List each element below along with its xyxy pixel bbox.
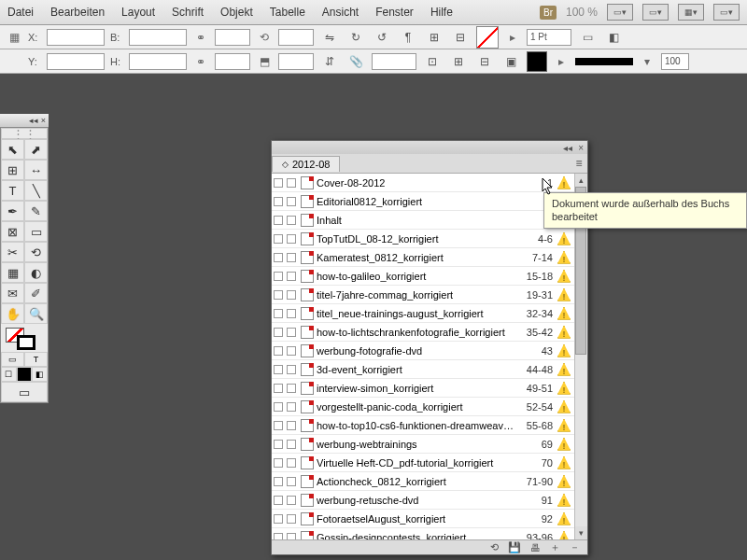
apply-none-icon[interactable]: ☐ [1,367,17,382]
flip-v-icon[interactable]: ⇵ [319,52,340,71]
row-checkbox-1[interactable] [274,253,283,262]
direct-selection-tool[interactable]: ⬈ [24,139,48,160]
book-row[interactable]: how-to-lichtschrankenfotografie_korrigie… [272,323,574,342]
warning-icon[interactable]: ! [557,176,571,189]
book-row[interactable]: 3d-event_korrigiert44-48! [272,360,574,379]
row-checkbox-2[interactable] [287,234,296,244]
rect-frame-tool[interactable]: ⊠ [1,221,24,242]
warning-icon[interactable]: ! [557,270,571,283]
row-checkbox-1[interactable] [274,440,283,449]
book-row[interactable]: Editorial0812_korrigiert2! [272,192,574,211]
menu-view[interactable]: Ansicht [322,6,359,19]
rotate-cw-icon[interactable]: ↻ [345,28,366,47]
warning-icon[interactable]: ! [557,288,571,301]
menu-layout[interactable]: Layout [121,6,155,19]
row-checkbox-2[interactable] [287,514,296,524]
book-row[interactable]: Actioncheck_0812_korrigiert71-90! [272,472,574,491]
rotate-icon[interactable]: ⟲ [256,29,273,46]
book-row[interactable]: werbung-fotografie-dvd43! [272,342,574,360]
pen-tool[interactable]: ✒ [1,201,24,221]
opt1-icon[interactable]: ⊡ [422,52,443,71]
row-checkbox-2[interactable] [287,253,296,262]
row-checkbox-2[interactable] [287,477,296,486]
scissors-tool[interactable]: ✂ [1,242,24,262]
format-container-icon[interactable]: ▭ [1,352,24,367]
reference-point-icon[interactable]: ▦ [6,29,22,46]
scrollbar[interactable]: ▴ ▾ [574,174,587,539]
warning-icon[interactable]: ! [557,251,571,264]
row-checkbox-2[interactable] [287,384,296,393]
scroll-down-icon[interactable]: ▾ [575,526,587,539]
warning-icon[interactable]: ! [557,512,571,525]
w-field[interactable] [129,29,187,46]
x-field[interactable] [47,29,105,46]
row-checkbox-2[interactable] [287,496,296,505]
warning-icon[interactable]: ! [557,326,571,339]
constrain-2-icon[interactable]: ⚭ [192,53,209,70]
book-row[interactable]: FotoraetselAugust_korrigiert92! [272,510,574,528]
bridge-button[interactable]: Br [540,6,557,20]
row-checkbox-2[interactable] [287,365,296,374]
row-checkbox-1[interactable] [274,328,283,337]
distribute-icon[interactable]: ⊟ [450,28,471,47]
gradient-feather-tool[interactable]: ◐ [24,262,48,283]
line-tool[interactable]: ╲ [24,180,48,201]
warning-icon[interactable]: ! [557,531,571,540]
row-checkbox-1[interactable] [274,496,283,505]
row-checkbox-2[interactable] [287,458,296,468]
stroke-swatch[interactable] [17,335,35,350]
book-row[interactable]: werbung-webtrainings69! [272,435,574,454]
constrain-icon[interactable]: ⚭ [192,29,209,46]
shear-field[interactable] [278,53,314,70]
align-icon[interactable]: ⊞ [424,28,444,47]
row-checkbox-2[interactable] [287,421,296,430]
warning-icon[interactable]: ! [557,382,571,395]
panel-titlebar[interactable]: ◂◂ × [272,141,587,154]
format-text-icon[interactable]: T [24,352,48,367]
selection-tool[interactable]: ⬉ [1,139,24,160]
row-checkbox-1[interactable] [274,477,283,486]
row-checkbox-2[interactable] [287,402,296,412]
warning-icon[interactable]: ! [557,438,571,451]
add-doc-icon[interactable]: ＋ [550,540,560,554]
save-icon[interactable]: 💾 [508,541,521,553]
scale-x-field[interactable] [215,29,250,46]
remove-doc-icon[interactable]: － [570,540,580,554]
book-row[interactable]: titel_neue-trainings-august_korrigiert32… [272,304,574,323]
book-row[interactable]: Kameratest_0812_korrigiert7-14! [272,248,574,267]
row-checkbox-1[interactable] [274,290,283,300]
menu-object[interactable]: Objekt [220,6,253,19]
row-checkbox-2[interactable] [287,309,296,318]
h-field[interactable] [129,53,187,70]
row-checkbox-2[interactable] [287,197,296,206]
row-checkbox-2[interactable] [287,533,296,540]
zoom-level[interactable]: 100 % [566,6,598,19]
opt4-icon[interactable]: ▣ [500,52,521,71]
warning-icon[interactable]: ! [557,456,571,469]
misc-field[interactable] [372,53,416,70]
attach-icon[interactable]: 📎 [345,52,366,71]
screen-mode-icon[interactable]: ▭▾ [642,4,669,21]
row-checkbox-1[interactable] [274,197,283,206]
grip-icon[interactable]: ⋮⋮ [1,128,48,139]
row-checkbox-2[interactable] [287,346,296,356]
row-checkbox-1[interactable] [274,421,283,430]
row-checkbox-2[interactable] [287,272,296,281]
row-checkbox-1[interactable] [274,365,283,374]
menu-edit[interactable]: Bearbeiten [50,6,105,19]
shear-icon[interactable]: ⬒ [256,53,273,70]
scroll-up-icon[interactable]: ▴ [575,174,587,187]
row-checkbox-1[interactable] [274,234,283,244]
fx-icon[interactable]: ▭ [577,28,598,47]
warning-icon[interactable]: ! [557,400,571,413]
warning-icon[interactable]: ! [557,307,571,320]
warning-icon[interactable]: ! [557,363,571,376]
book-row[interactable]: Inhalt3! [272,211,574,230]
y-field[interactable] [47,53,105,70]
book-row[interactable]: vorgestellt-panic-coda_korrigiert52-54! [272,398,574,416]
paragraph-icon[interactable]: ¶ [398,28,418,47]
row-checkbox-2[interactable] [287,178,296,188]
warning-icon[interactable]: ! [557,232,571,245]
row-checkbox-2[interactable] [287,216,296,225]
row-checkbox-1[interactable] [274,272,283,281]
